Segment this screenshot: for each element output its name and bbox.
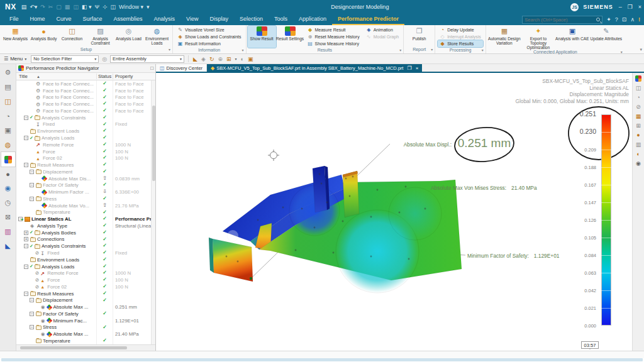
tree-row[interactable]: Temperature✓	[16, 209, 155, 216]
command-search[interactable]	[522, 16, 602, 24]
modal-graph-button[interactable]: ∿Modal Graph	[364, 33, 401, 40]
expand-icon[interactable]: +	[24, 231, 28, 235]
wireframe-view-icon[interactable]: ▣	[248, 56, 253, 62]
reset-measure-history-button[interactable]: ⊕Reset Measure History	[306, 33, 362, 40]
ribbon-tab-application[interactable]: Application	[293, 14, 332, 25]
store-results-button[interactable]: ◆Store Results	[438, 40, 483, 47]
fit-view-icon[interactable]: ⊞	[226, 56, 231, 62]
tree-row[interactable]: ◉Absolute Max ...0.251 mm	[16, 304, 155, 310]
hidden-eye-icon[interactable]: ⊘	[35, 277, 39, 283]
alert-icon[interactable]: !	[638, 16, 640, 23]
hidden-eye-icon[interactable]: ⊘	[35, 284, 39, 290]
tree-row[interactable]: ⊘Remote Force✓1000 N	[16, 270, 155, 277]
collapse-icon[interactable]: −	[30, 197, 34, 201]
material-tool-icon[interactable]: ●	[634, 131, 643, 139]
constraint-display-icon[interactable]: ▥	[634, 141, 643, 148]
navigator-column-headers[interactable]: Title▲ Status Property	[16, 73, 155, 80]
ribbon-overflow-icon[interactable]: ▾	[640, 47, 642, 52]
collapse-icon[interactable]: −	[30, 312, 34, 316]
collapse-icon[interactable]: −	[30, 183, 34, 187]
tree-row[interactable]: ◉Absolute Max ...21.40 MPa	[16, 331, 155, 337]
system-tools-icon[interactable]: ⊠	[1, 210, 15, 224]
ribbon-tab-analysis[interactable]: Analysis	[148, 14, 181, 25]
show-measure-history-button[interactable]: ▤Show Measure History	[306, 40, 362, 47]
selection-scope-dropdown[interactable]: Entire Assembly▾	[110, 55, 184, 63]
tab-active-part[interactable]: ◆ SBX-MCFU_V5_Top_Sub_BlockSAF.prt in As…	[207, 64, 422, 72]
restore-button[interactable]: ❐	[628, 4, 633, 10]
tree-row[interactable]: −Linear Statics AL✓Performance Prefe	[16, 216, 155, 222]
minimize-button[interactable]: –	[619, 4, 622, 10]
tab-discovery-center[interactable]: ◫ Discovery Center	[156, 64, 207, 72]
collapse-icon[interactable]: −	[24, 116, 28, 120]
select-icon[interactable]: ◣	[193, 56, 197, 62]
tree-row[interactable]: ⊘Force✓100 N	[16, 277, 155, 283]
hd3d-tools-icon[interactable]: ◍	[1, 138, 15, 152]
visibility-tool-icon[interactable]: ◉	[634, 160, 643, 167]
show-loads-and-constraints-button[interactable]: ◈Show Loads and Constraints	[175, 33, 243, 40]
model-display-icon[interactable]: ◔	[634, 94, 643, 101]
internet-icon[interactable]: ●	[1, 167, 15, 181]
selection-tool-icon[interactable]: ◣	[1, 239, 15, 253]
render-style-icon[interactable]: ◫	[634, 84, 643, 92]
minimize-ribbon-icon[interactable]: ∧	[630, 16, 635, 23]
copy-icon[interactable]: ▢	[56, 4, 62, 10]
menu-button[interactable]: ☰Menu▾	[2, 56, 28, 62]
hide-graphics-icon[interactable]: ⊘	[634, 103, 643, 111]
tree-row[interactable]: ⊘Fixed✓Fixed	[16, 250, 155, 256]
dialog-launcher-icon[interactable]: ▾	[242, 48, 243, 52]
ribbon-tab-assemblies[interactable]: Assemblies	[108, 14, 148, 25]
tree-row[interactable]: −Stress✓	[16, 324, 155, 331]
interrupt-analysis-button[interactable]: ◇Interrupt Analysis	[438, 33, 483, 40]
dialog-launcher-icon[interactable]: ▾	[169, 47, 170, 52]
touch-mode-icon[interactable]: ⊹	[103, 4, 108, 10]
tree-row[interactable]: −Factor Of Safety✓	[16, 182, 155, 189]
visible-eye-icon[interactable]: ◉	[41, 304, 45, 310]
collapse-icon[interactable]: −	[24, 163, 28, 167]
analysis-load-button[interactable]: ◎Analysis Load	[114, 26, 143, 47]
visible-eye-icon[interactable]: ◉	[41, 318, 45, 324]
visualize-voxel-size-button[interactable]: ✎Visualize Voxel Size	[175, 26, 243, 33]
search-icon[interactable]	[596, 18, 600, 21]
column-header-property[interactable]: Property	[113, 74, 155, 79]
window-switch-icon[interactable]: ◫	[111, 4, 116, 10]
dialog-launcher-icon[interactable]: ▾	[431, 47, 433, 52]
analysis-body-button[interactable]: ●Analysis Body	[30, 26, 58, 47]
horizontal-scrollbar[interactable]	[16, 344, 155, 351]
expand-icon[interactable]: +	[24, 237, 28, 241]
show-result-button[interactable]: Show Result	[248, 26, 276, 48]
export-to-topology-optimization-button[interactable]: ✦Export to Topology Optimization	[521, 26, 555, 50]
analysis-with-cae-button[interactable]: ▣Analysis with CAE	[555, 26, 589, 50]
publish-button[interactable]: ❐Publish	[405, 26, 433, 47]
tree-row[interactable]: −✓Analysis Constraints✓	[16, 114, 155, 121]
analysis-constraint-button[interactable]: ▨Analysis Constraint	[86, 26, 114, 47]
performance-predictor-navigator-icon[interactable]	[1, 152, 15, 167]
paste-icon[interactable]: ▦	[65, 4, 70, 10]
result-grid-icon[interactable]: ⊞	[634, 122, 643, 129]
tree-row[interactable]: −Factor Of Safety✓	[16, 310, 155, 317]
reuse-library-icon[interactable]: ▣	[1, 123, 15, 138]
tree-row[interactable]: −✓Analysis Constraints✓	[16, 243, 155, 250]
viewport-3d[interactable]: SBX-MCFU_V5_Top_Sub_BlockSAF Linear Stat…	[156, 73, 632, 351]
part-navigator-icon[interactable]: ◔	[1, 109, 15, 123]
dialog-launcher-icon[interactable]: ▾	[482, 48, 484, 52]
color-tool-icon[interactable]: ▥	[1, 224, 15, 239]
edit-post-view-icon[interactable]: ▦	[634, 112, 643, 120]
dialog-launcher-icon[interactable]: ▾	[621, 50, 623, 54]
tree-row[interactable]: −Displacement✓	[16, 168, 155, 175]
zoom-icon[interactable]: ⊕	[218, 56, 223, 62]
column-header-status[interactable]: Status	[97, 74, 113, 79]
roles-gear-icon[interactable]: ⚙	[1, 65, 15, 80]
window-menu[interactable]: Window ▾	[119, 4, 143, 10]
undo-icon[interactable]: ↶▾	[30, 4, 37, 10]
undock-panel-icon[interactable]: □	[150, 65, 153, 71]
constraint-navigator-icon[interactable]: ◫	[1, 94, 15, 109]
ribbon-tab-curve[interactable]: Curve	[51, 14, 77, 25]
tree-row[interactable]: Face to Face Connec...✓Face to Face	[16, 80, 155, 87]
ribbon-tab-selection[interactable]: Selection	[234, 14, 269, 25]
tree-row[interactable]: −Stress✓	[16, 195, 155, 202]
visible-eye-icon[interactable]: ◉	[41, 331, 45, 337]
tree-row[interactable]: Environment Loads✓	[16, 256, 155, 263]
tree-row[interactable]: Face to Face Connec...✓Face to Face	[16, 87, 155, 94]
close-button[interactable]: ×	[638, 4, 641, 10]
tree-row[interactable]: −Result Measures✓	[16, 290, 155, 297]
